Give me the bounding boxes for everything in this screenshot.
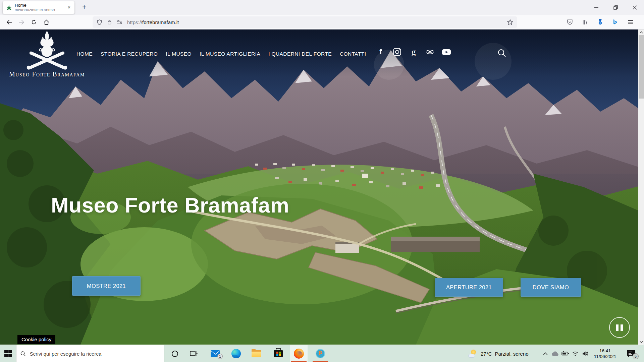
action-center-button[interactable]: 5 bbox=[623, 345, 640, 362]
start-button[interactable] bbox=[0, 345, 16, 362]
screen: Home RIPRODUZIONE IN CORSO × + bbox=[0, 0, 644, 362]
nav-item-il-museo-artiglieria[interactable]: IL MUSEO ARTIGLIERIA bbox=[200, 51, 260, 57]
onedrive-cloud-icon[interactable] bbox=[550, 345, 560, 362]
scroll-down-arrow-icon[interactable] bbox=[638, 339, 644, 345]
forward-button[interactable] bbox=[16, 17, 26, 27]
mail-badge: 1 bbox=[217, 354, 223, 359]
search-icon bbox=[20, 351, 26, 357]
microsoft-store-icon bbox=[274, 350, 283, 357]
mail-app-button[interactable]: 1 bbox=[207, 345, 223, 362]
tripadvisor-icon[interactable] bbox=[426, 48, 434, 56]
site-navigation: HOME STORIA E RECUPERO IL MUSEO IL MUSEO… bbox=[76, 51, 366, 57]
nav-item-contatti[interactable]: CONTATTI bbox=[340, 51, 366, 57]
scrollbar-thumb[interactable] bbox=[639, 35, 644, 99]
nav-item-home[interactable]: HOME bbox=[76, 51, 93, 57]
nav-item-storia-e-recupero[interactable]: STORIA E RECUPERO bbox=[101, 51, 158, 57]
weather-temp: 27°C bbox=[481, 351, 492, 357]
file-explorer-button[interactable] bbox=[248, 345, 264, 362]
notification-badge: 5 bbox=[633, 353, 639, 359]
back-button[interactable] bbox=[4, 17, 14, 27]
nav-item-il-museo[interactable]: IL MUSEO bbox=[166, 51, 192, 57]
tab-close-icon[interactable]: × bbox=[66, 4, 72, 11]
url-bar[interactable]: https:// fortebramafam.it bbox=[93, 16, 517, 28]
hero-title: Museo Forte Bramafam bbox=[51, 193, 289, 217]
picpick-icon: P bbox=[316, 349, 325, 358]
clock-date: 11/06/2021 bbox=[594, 354, 616, 359]
page-scrollbar[interactable] bbox=[638, 29, 644, 345]
browser-tab-bar: Home RIPRODUZIONE IN CORSO × + bbox=[0, 0, 644, 15]
window-minimize-button[interactable] bbox=[590, 3, 603, 12]
site-favicon-icon bbox=[6, 5, 12, 11]
scroll-up-arrow-icon[interactable] bbox=[638, 29, 644, 35]
facebook-icon[interactable]: f bbox=[376, 48, 385, 56]
grenade-cannons-logo-icon bbox=[22, 31, 72, 70]
window-restore-button[interactable] bbox=[609, 3, 622, 12]
youtube-icon[interactable] bbox=[442, 48, 451, 56]
hero-background-image bbox=[0, 29, 638, 345]
microsoft-store-button[interactable] bbox=[270, 345, 286, 362]
google-icon[interactable]: g bbox=[409, 48, 418, 56]
cortana-icon bbox=[172, 351, 178, 357]
edge-app-button[interactable] bbox=[228, 345, 244, 362]
tray-expand-chevron-icon[interactable] bbox=[541, 345, 550, 362]
home-button[interactable] bbox=[41, 17, 51, 27]
aperture-2021-button[interactable]: APERTURE 2021 bbox=[435, 278, 503, 297]
url-domain: fortebramafam.it bbox=[142, 19, 179, 25]
picpick-app-button[interactable]: P bbox=[312, 345, 329, 362]
firefox-icon bbox=[294, 349, 304, 359]
windows-taskbar: 1 P 27°C Parzial. sereno bbox=[0, 345, 644, 362]
battery-icon[interactable] bbox=[560, 345, 570, 362]
windows-logo-icon bbox=[4, 350, 12, 357]
file-explorer-icon bbox=[252, 350, 261, 357]
site-logo[interactable]: Museo Forte Bramafam bbox=[6, 31, 88, 78]
menu-hamburger-icon[interactable] bbox=[625, 17, 635, 27]
bookmark-star-icon[interactable] bbox=[507, 19, 513, 25]
library-icon[interactable] bbox=[580, 17, 590, 27]
extension-medal-icon[interactable] bbox=[595, 17, 605, 27]
page-viewport: Museo Forte Bramafam HOME STORIA E RECUP… bbox=[0, 29, 638, 345]
reload-button[interactable] bbox=[29, 17, 39, 27]
instagram-icon[interactable] bbox=[393, 48, 401, 56]
browser-tab[interactable]: Home RIPRODUZIONE IN CORSO × bbox=[3, 1, 74, 14]
pocket-icon[interactable] bbox=[565, 17, 575, 27]
weather-widget[interactable]: 27°C Parzial. sereno bbox=[468, 345, 529, 362]
site-logo-text: Museo Forte Bramafam bbox=[6, 70, 88, 78]
mostre-2021-button[interactable]: MOSTRE 2021 bbox=[72, 276, 141, 296]
url-protocol: https:// bbox=[127, 19, 142, 25]
task-view-button[interactable] bbox=[186, 345, 202, 362]
edge-icon bbox=[231, 349, 241, 358]
lock-icon[interactable] bbox=[107, 19, 112, 25]
window-close-button[interactable] bbox=[628, 3, 641, 12]
taskbar-search-box[interactable] bbox=[16, 345, 164, 362]
taskbar-clock[interactable]: 16:41 11/06/2021 bbox=[590, 345, 621, 362]
wifi-icon[interactable] bbox=[571, 345, 580, 362]
bing-icon[interactable] bbox=[610, 17, 620, 27]
site-search-icon[interactable] bbox=[497, 48, 507, 58]
tracking-shield-icon[interactable] bbox=[97, 19, 102, 25]
volume-icon[interactable] bbox=[581, 345, 590, 362]
weather-sun-cloud-icon bbox=[468, 350, 478, 358]
permissions-icon[interactable] bbox=[117, 20, 122, 24]
nav-item-i-quaderni-del-forte[interactable]: I QUADERNI DEL FORTE bbox=[268, 51, 332, 57]
tab-media-status: RIPRODUZIONE IN CORSO bbox=[15, 8, 55, 12]
dove-siamo-button[interactable]: DOVE SIAMO bbox=[521, 278, 581, 297]
slideshow-pause-button[interactable] bbox=[609, 317, 630, 338]
weather-condition: Parzial. sereno bbox=[495, 351, 529, 357]
task-view-icon bbox=[190, 350, 198, 357]
social-links: f g bbox=[376, 48, 451, 56]
browser-toolbar: https:// fortebramafam.it bbox=[0, 15, 644, 29]
new-tab-button[interactable]: + bbox=[80, 3, 89, 11]
clock-time: 16:41 bbox=[599, 348, 611, 354]
cookie-policy-link[interactable]: Cookie policy bbox=[17, 335, 55, 344]
firefox-app-button[interactable] bbox=[290, 345, 308, 362]
taskbar-search-input[interactable] bbox=[30, 351, 160, 357]
tab-title: Home bbox=[15, 3, 26, 8]
cortana-button[interactable] bbox=[167, 345, 183, 362]
